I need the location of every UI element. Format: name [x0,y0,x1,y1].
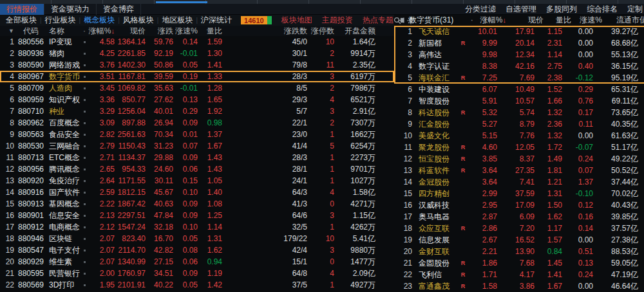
table-row[interactable]: 7智度股份5.9110.571.660.7669.11亿 [394,95,644,107]
cell-price: 13.90 [497,247,535,256]
col-price[interactable]: 现价 [506,15,544,26]
col-pct-change[interactable]: 涨幅%↓ [88,26,115,37]
col-speed[interactable]: 涨速% [173,26,198,37]
col-volume-ratio[interactable]: 量比 [544,15,571,26]
cell-change: 32.18 [146,223,173,232]
table-row[interactable]: 14880916国产软件2.591812.1545.670.101.4064/3… [0,187,394,198]
table-row[interactable]: 15880913基因概念2.221867.4240.630.091.0841/3… [0,198,394,210]
table-row[interactable]: 9880563食品安全2.822561.6370.340.011.3723/01… [0,129,394,140]
table-row[interactable]: 2880936猪肉4.252261.8592.19-0.011.3030/129… [0,48,394,59]
table-row[interactable]: 17880912电商概念2.121547.2432.180.101.1432/5… [0,221,394,233]
cell-float-cap: 69.11亿 [593,96,642,107]
cell-seq: 12 [0,165,14,174]
table-row[interactable]: 13880920免疫治疗2.641171.5530.110.151.0524/1… [0,175,394,187]
cell-change: 27.62 [146,95,173,104]
link-hot-topics[interactable]: 热点专题 [363,15,393,26]
table-row[interactable]: 1飞天诚信10.0117.911.150.0039.27亿 [394,26,644,37]
table-row[interactable]: 23富通鑫茂R1.583.861.670.0046.64亿 [394,280,644,292]
menu-classify-filter[interactable]: 分类过滤 [465,4,496,15]
table-row[interactable]: 18众应互联R2.867.201.170.1437.57亿 [394,223,644,234]
table-row[interactable]: 13科蓝软件R3.6427.351.810.0750.52亿 [394,165,644,176]
menu-watchlist-manage[interactable]: 自选管理 [506,4,536,15]
table-row[interactable]: 3880590网络游戏3.761402.3050.860.051.4179/81… [0,59,394,71]
table-row[interactable]: 20880929维生素2.071340.9927.150.060.9415/10… [0,256,394,268]
cell-code: 880595 [14,269,48,278]
cell-speed: 0.09 [173,211,198,220]
col-price[interactable]: 现价 [115,26,146,37]
table-row[interactable]: 8科达股份R5.325.741.320.1773.65亿 [394,107,644,118]
menu-customize[interactable]: 定制 [627,4,643,15]
col-float-cap[interactable]: 流通市值 [602,15,644,26]
cell-price: 1167.81 [115,72,146,81]
table-row[interactable]: 15四方精创2.9937.591.31-0.1070.02亿 [394,188,644,199]
table-row[interactable]: 1880556IP变现4.581364.1459.760.141.5945/01… [0,36,394,48]
table-row[interactable]: 10美盛文化5.157.761.320.0061.63亿 [394,130,644,141]
col-speed[interactable]: 涨速% [571,15,602,26]
table-row[interactable]: 5880709人造肉3.451069.8235.63-0.011.288/527… [0,82,394,94]
cell-name: 汇金股份 [412,119,459,130]
top-tab-strip[interactable] [0,0,644,4]
col-open-amount[interactable]: 开盘金额 [334,26,384,37]
table-row[interactable]: 3高伟达9.9812.341.140.0055.13亿 [394,49,644,60]
table-row[interactable]: 16汉威科技2.9517.091.500.1240.43亿 [394,199,644,211]
table-row[interactable]: 7880710种业3.291256.0440.010.291.925/732.9… [0,105,394,117]
col-updown-count[interactable]: 涨跌数 [222,26,307,37]
tab-capital-drive[interactable]: 资金驱动力 [44,4,97,15]
table-row[interactable]: 9汇金股份5.278.792.360.1140.35亿 [394,118,644,130]
col-volume-ratio[interactable]: 量比 [198,26,222,37]
table-row[interactable]: 6880959知识产权3.36850.7727.620.131.6529/346… [0,94,394,105]
menu-composite-rank[interactable]: 综合排名 [587,4,618,15]
cell-speed: -0.12 [562,73,593,82]
table-row[interactable]: 22飞利信R1.714.171.410.2447.19亿 [394,269,644,280]
table-row[interactable]: 10880530三网融合2.791150.4331.230.071.6741/4… [0,140,394,152]
table-row[interactable]: 2新国都R9.9920.142.310.0068.68亿 [394,37,644,49]
cell-seq: 7 [0,107,14,116]
table-row[interactable]: 5海联金汇R7.257.692.38-0.1295.19亿 [394,72,644,84]
tab-capital-game[interactable]: 资金博弈 [97,4,141,15]
menu-multi-stock[interactable]: 多股同列 [546,4,577,15]
cell-pct-change: 2.07 [88,234,115,243]
col-name[interactable]: 名称 [48,26,81,37]
table-row[interactable]: 19信息发展2.6716.521.570.0027.38亿 [394,234,644,246]
sort-triangle-icon[interactable]: ▼ [0,28,14,34]
table-row[interactable]: 6中装建设6.0710.491.520.2965.31亿 [394,84,644,95]
constituents-title[interactable]: 数字货币(31) [409,15,453,26]
table-row[interactable]: 4数字认证8.3842.162.750.4036.15亿 [394,60,644,72]
cat-hs-stats[interactable]: 沪深统计 [198,15,235,26]
cat-industry[interactable]: 行业板块 [42,15,79,26]
cat-all-sectors[interactable]: 全部板块 [3,15,40,26]
table-row[interactable]: 12恒宝股份R3.858.371.490.2449.22亿 [394,153,644,165]
cell-volume-ratio: 1.21 [535,178,562,187]
table-row[interactable]: 11聚龙股份R4.6012.051.72-0.0751.17亿 [394,141,644,153]
cat-concept[interactable]: 概念板块 [80,15,118,26]
marker-dot-icon [84,145,86,147]
cell-volume-ratio: 1.31 [198,234,222,243]
table-row[interactable]: 21金固股份R1.867.681.450.1359.05亿 [394,257,644,269]
link-sector-map[interactable]: 板块地图 [281,15,312,26]
cat-style[interactable]: 风格板块 [120,15,157,26]
table-row[interactable]: 21880595民营银行2.001760.9734.510.091.1964/8… [0,268,394,279]
table-row[interactable]: 17奥马电器2.876.091.620.1639.85亿 [394,211,644,223]
col-change[interactable]: 涨跌 [146,26,173,37]
col-limit-count[interactable]: 涨停数 [307,26,334,37]
table-row[interactable]: 11880713ETC概念2.711134.3729.880.091.4328/… [0,152,394,163]
table-row[interactable]: 228805693D打印1.952101.9140.220.051.4237/5… [0,279,394,291]
cell-price: 12.34 [497,50,535,59]
table-row[interactable]: 8880962百度概念3.09897.8826.940.090.9822/127… [0,117,394,129]
table-row[interactable]: 16880901信息安全2.132297.5147.840.091.2564/6… [0,210,394,221]
cell-code: 880946 [14,234,48,243]
cat-region[interactable]: 地区板块 [158,15,196,26]
cell-price: 1867.42 [115,199,146,208]
table-row[interactable]: 14金冠股份3.647.411.211.3737.44亿 [394,176,644,188]
link-theme-invest[interactable]: 主题投资 [322,15,353,26]
table-row[interactable]: 18880946区块链2.07823.4016.700.051.31179/22… [0,233,394,244]
col-pct-change[interactable]: 涨幅%↓ [477,15,506,26]
cell-updown-count: 5/7 [222,107,307,116]
table-row[interactable]: 20金财互联2.2113.900.840.5188.53亿 [394,246,644,257]
pin-icon[interactable] [398,17,405,24]
table-row[interactable]: 19880547电子支付2.072114.7042.820.081.6242/4… [0,244,394,256]
table-row[interactable]: 4880967数字货币3.511167.8139.590.191.3328/33… [0,71,394,82]
tab-market-quotes[interactable]: 行情报价 [0,4,44,15]
table-row[interactable]: 12880956腾讯概念2.65954.3324.600.061.4328/11… [0,163,394,175]
col-code[interactable]: 代码 [14,26,48,37]
